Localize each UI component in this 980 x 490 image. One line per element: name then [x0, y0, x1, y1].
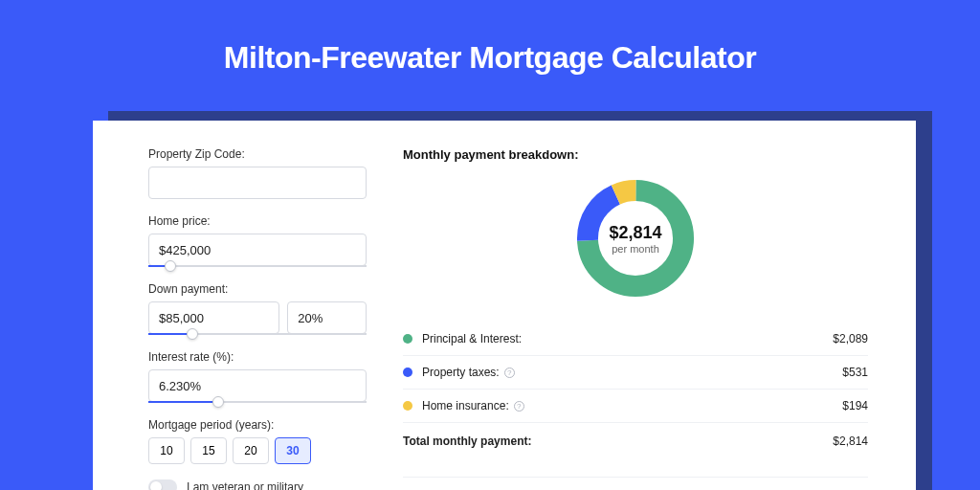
- zip-label: Property Zip Code:: [148, 147, 367, 161]
- rate-slider[interactable]: [148, 401, 367, 403]
- amortization-section: Amortization for mortgage loan Amortizat…: [403, 477, 868, 490]
- rate-slider-thumb[interactable]: [212, 396, 224, 408]
- period-10[interactable]: 10: [148, 437, 185, 464]
- donut-sub: per month: [609, 243, 661, 255]
- payment-donut: $2,814 per month: [572, 175, 699, 301]
- zip-field: Property Zip Code:: [148, 147, 367, 199]
- down-field: Down payment:: [148, 282, 367, 335]
- down-pct-input[interactable]: [287, 301, 367, 334]
- info-icon[interactable]: ?: [514, 401, 524, 412]
- price-label: Home price:: [148, 214, 367, 228]
- donut-center: $2,814 per month: [609, 223, 661, 255]
- row-taxes: Property taxes: ? $531: [403, 356, 868, 390]
- down-label: Down payment:: [148, 282, 367, 296]
- row-value: $194: [842, 399, 868, 412]
- dot-icon: [403, 368, 412, 377]
- row-label: Home insurance: ?: [422, 399, 842, 412]
- row-insurance: Home insurance: ? $194: [403, 390, 868, 423]
- period-20[interactable]: 20: [233, 437, 269, 464]
- period-15[interactable]: 15: [190, 437, 227, 464]
- price-slider-thumb[interactable]: [165, 260, 176, 272]
- down-amount-input[interactable]: [148, 301, 279, 334]
- row-label-text: Property taxes:: [422, 366, 500, 379]
- period-field: Mortgage period (years): 10 15 20 30: [148, 418, 367, 464]
- veteran-toggle[interactable]: [148, 479, 177, 490]
- price-field: Home price:: [148, 214, 367, 267]
- veteran-label: I am veteran or military: [187, 480, 303, 490]
- price-slider[interactable]: [148, 265, 367, 267]
- rate-input[interactable]: [148, 369, 367, 402]
- input-panel: Property Zip Code: Home price: Down paym…: [93, 121, 376, 490]
- calculator-card: Property Zip Code: Home price: Down paym…: [93, 121, 916, 490]
- row-label: Principal & Interest:: [422, 332, 833, 345]
- breakdown-title: Monthly payment breakdown:: [403, 147, 868, 162]
- rate-label: Interest rate (%):: [148, 350, 367, 364]
- period-options: 10 15 20 30: [148, 437, 367, 464]
- rate-field: Interest rate (%):: [148, 350, 367, 403]
- total-label: Total monthly payment:: [403, 434, 833, 448]
- veteran-row: I am veteran or military: [148, 479, 367, 490]
- zip-input[interactable]: [148, 167, 367, 199]
- page-title: Milton-Freewater Mortgage Calculator: [0, 0, 980, 76]
- row-label-text: Home insurance:: [422, 399, 509, 412]
- output-panel: Monthly payment breakdown: $2,814 per mo…: [376, 121, 916, 490]
- total-value: $2,814: [833, 434, 868, 448]
- row-label-text: Principal & Interest:: [422, 332, 522, 345]
- down-slider-thumb[interactable]: [187, 328, 198, 340]
- donut-value: $2,814: [609, 223, 661, 243]
- row-value: $2,089: [833, 332, 868, 345]
- row-label: Property taxes: ?: [422, 366, 842, 379]
- dot-icon: [403, 334, 412, 344]
- row-value: $531: [842, 366, 868, 379]
- period-label: Mortgage period (years):: [148, 418, 367, 432]
- period-30[interactable]: 30: [275, 437, 311, 464]
- price-input[interactable]: [148, 234, 367, 266]
- row-total: Total monthly payment: $2,814: [403, 423, 868, 457]
- info-icon[interactable]: ?: [504, 368, 515, 378]
- donut-container: $2,814 per month: [403, 175, 868, 301]
- dot-icon: [403, 401, 412, 411]
- row-principal: Principal & Interest: $2,089: [403, 323, 868, 356]
- down-slider[interactable]: [148, 333, 367, 335]
